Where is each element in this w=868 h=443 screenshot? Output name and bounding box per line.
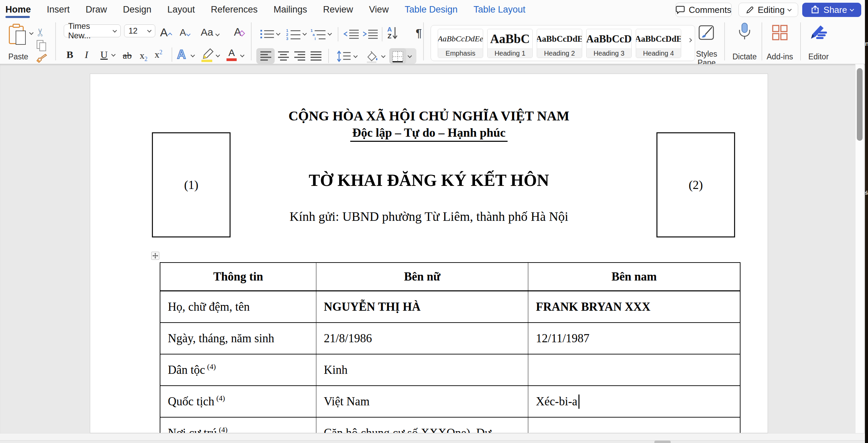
editor-button[interactable] xyxy=(809,24,827,42)
text-effects-button[interactable]: A xyxy=(177,47,186,62)
tab-review[interactable]: Review xyxy=(323,4,353,15)
highlight-button[interactable] xyxy=(200,48,214,64)
share-button[interactable]: Share xyxy=(802,3,861,17)
bride-name-cell[interactable]: NGUYỄN THỊ HÀ xyxy=(316,291,528,322)
bride-birthdate-cell[interactable]: 21/8/1986 xyxy=(316,323,528,354)
copy-icon[interactable] xyxy=(37,40,47,52)
styles-pane-button[interactable] xyxy=(698,24,715,43)
groom-ethnicity-cell[interactable] xyxy=(528,354,740,385)
tab-design[interactable]: Design xyxy=(123,4,152,15)
bride-residence-cell[interactable]: Căn hộ chung cư số XXXOne), Dự xyxy=(316,418,528,433)
tab-draw[interactable]: Draw xyxy=(86,4,107,15)
document-page[interactable]: CỘNG HÒA XÃ HỘI CHỦ NGHĨA VIỆT NAM Độc l… xyxy=(90,74,768,433)
group-separator xyxy=(724,22,725,60)
shading-chevron[interactable] xyxy=(381,54,386,58)
paste-dropdown-chevron[interactable] xyxy=(29,31,34,35)
multilevel-list-button[interactable]: 1ai xyxy=(311,28,326,41)
font-color-button[interactable]: A xyxy=(226,48,237,61)
row-label-cell[interactable]: Ngày, tháng, năm sinh xyxy=(160,323,316,354)
decrease-indent-button[interactable] xyxy=(343,28,359,41)
tab-insert[interactable]: Insert xyxy=(47,4,70,15)
text-effects-chevron[interactable] xyxy=(191,53,195,57)
dictate-button[interactable] xyxy=(737,22,752,44)
editing-label: Editing xyxy=(758,5,785,15)
tab-mailings[interactable]: Mailings xyxy=(274,4,307,15)
align-left-button[interactable] xyxy=(260,51,272,62)
style-emphasis[interactable]: AaBbCcDdEe Emphasis xyxy=(438,29,483,58)
line-spacing-button[interactable] xyxy=(336,50,351,64)
table-move-handle[interactable] xyxy=(151,252,159,260)
style-heading-4[interactable]: AaBbCcDdE Heading 4 xyxy=(636,29,681,58)
clear-formatting-button[interactable]: A xyxy=(234,26,244,38)
footnote-marker: (4) xyxy=(207,362,216,371)
superscript-button[interactable]: x2 xyxy=(155,49,162,60)
vertical-scrollbar-thumb[interactable] xyxy=(857,68,863,141)
bold-button[interactable]: B xyxy=(66,49,73,60)
bullet-list-chevron[interactable] xyxy=(276,31,280,36)
change-case-button[interactable]: Aa xyxy=(201,26,219,38)
comments-icon xyxy=(676,5,685,15)
row-label-cell[interactable]: Dân tộc(4) xyxy=(160,354,316,385)
paste-button[interactable] xyxy=(9,24,28,45)
comments-label: Comments xyxy=(689,5,731,15)
tab-home[interactable]: Home xyxy=(5,4,31,15)
groom-name-cell[interactable]: FRANK BRYAN XXX xyxy=(528,291,740,322)
increase-indent-button[interactable] xyxy=(362,28,378,41)
bullet-list-button[interactable] xyxy=(260,28,275,41)
header-cell-groom[interactable]: Bên nam xyxy=(528,263,740,290)
subscript-button[interactable]: x2 xyxy=(140,50,147,63)
row-label-cell[interactable]: Nơi cư trú(4) xyxy=(160,418,316,433)
small-separator xyxy=(172,47,172,62)
vertical-scrollbar-track[interactable] xyxy=(855,64,864,433)
format-painter-icon[interactable] xyxy=(35,54,47,65)
groom-residence-cell[interactable] xyxy=(528,418,740,433)
strikethrough-button[interactable]: ab xyxy=(123,50,132,61)
align-right-button[interactable] xyxy=(294,51,306,62)
share-icon xyxy=(810,5,820,15)
tab-table-design[interactable]: Table Design xyxy=(405,4,457,15)
line-spacing-chevron[interactable] xyxy=(353,54,358,58)
row-label-cell[interactable]: Họ, chữ đệm, tên xyxy=(160,291,316,322)
multilevel-list-chevron[interactable] xyxy=(328,31,332,36)
show-paragraph-marks-button[interactable]: ¶ xyxy=(416,26,422,40)
tab-view[interactable]: View xyxy=(369,4,389,15)
shrink-font-button[interactable]: A xyxy=(180,27,190,38)
numbered-list-chevron[interactable] xyxy=(302,31,307,36)
font-name-select[interactable]: Times New... xyxy=(64,24,121,37)
bride-ethnicity-cell[interactable]: Kinh xyxy=(316,354,528,385)
italic-button[interactable]: I xyxy=(85,49,88,60)
row-label-cell[interactable]: Quốc tịch(4) xyxy=(160,386,316,417)
header-cell-info[interactable]: Thông tin xyxy=(160,263,316,290)
editing-mode-button[interactable]: Editing xyxy=(738,3,798,17)
shading-button[interactable] xyxy=(365,50,379,64)
borders-button[interactable] xyxy=(391,50,404,64)
row-label: Họ, chữ đệm, tên xyxy=(168,300,250,314)
underline-dropdown-chevron[interactable] xyxy=(111,52,116,57)
grow-font-button[interactable]: A xyxy=(160,26,172,39)
style-heading-3[interactable]: AaBbCcD Heading 3 xyxy=(586,29,632,58)
header-label: Bên nam xyxy=(612,270,657,284)
cut-icon[interactable]: ✂ xyxy=(34,28,47,37)
tab-layout[interactable]: Layout xyxy=(167,4,195,15)
style-heading-1[interactable]: AaBbC Heading 1 xyxy=(487,29,533,58)
numbered-list-button[interactable]: 123 xyxy=(286,28,301,41)
font-size-select[interactable]: 12 xyxy=(124,24,155,37)
comments-button[interactable]: Comments xyxy=(675,3,732,17)
cell-value: NGUYỄN THỊ HÀ xyxy=(324,300,420,314)
style-heading-2[interactable]: AaBbCcDdE Heading 2 xyxy=(537,29,582,58)
chevron-down-icon xyxy=(787,7,792,12)
bride-nationality-cell[interactable]: Việt Nam xyxy=(316,386,528,417)
tab-table-layout[interactable]: Table Layout xyxy=(473,4,525,15)
font-color-chevron[interactable] xyxy=(240,53,244,57)
highlight-chevron[interactable] xyxy=(216,53,220,57)
share-label: Share xyxy=(824,5,847,15)
header-cell-bride[interactable]: Bên nữ xyxy=(316,263,528,290)
justify-button[interactable] xyxy=(310,51,322,62)
addins-button[interactable] xyxy=(772,24,788,42)
sort-button[interactable]: A Z xyxy=(387,26,398,40)
underline-button[interactable]: U xyxy=(100,49,108,60)
groom-nationality-cell[interactable]: Xéc-bi-a xyxy=(528,386,740,417)
groom-birthdate-cell[interactable]: 12/11/1987 xyxy=(528,323,740,354)
tab-references[interactable]: References xyxy=(211,4,258,15)
align-center-button[interactable] xyxy=(277,51,290,62)
